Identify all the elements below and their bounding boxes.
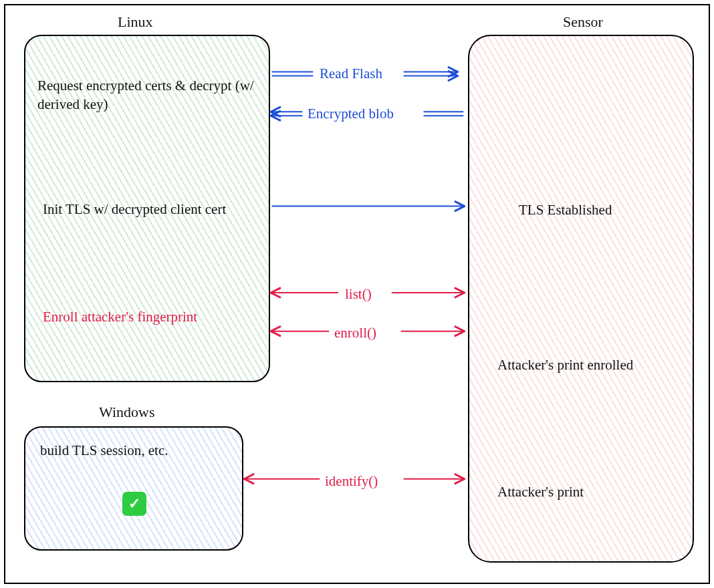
arrow-label-enroll: enroll() — [334, 325, 376, 341]
windows-box: build TLS session, etc. ✓ — [24, 426, 243, 551]
arrow-label-encrypted-blob: Encrypted blob — [308, 106, 394, 122]
linux-init-tls-text: Init TLS w/ decrypted client cert — [43, 200, 257, 218]
sensor-tls-established-text: TLS Established — [519, 202, 686, 218]
arrow-label-read-flash: Read Flash — [320, 65, 382, 82]
sensor-attacker-print-text: Attacker's print — [497, 484, 685, 500]
linux-title: Linux — [118, 13, 153, 31]
arrow-label-list: list() — [345, 286, 372, 303]
sensor-attacker-enrolled-text: Attacker's print enrolled — [497, 355, 685, 374]
check-icon: ✓ — [122, 492, 146, 516]
check-glyph: ✓ — [128, 495, 140, 512]
sensor-box: TLS Established Attacker's print enrolle… — [468, 35, 694, 563]
arrow-label-identify: identify() — [325, 473, 378, 490]
diagram-frame: Linux Windows Sensor Request encrypted c… — [4, 4, 710, 584]
linux-box: Request encrypted certs & decrypt (w/ de… — [24, 35, 270, 382]
sensor-title: Sensor — [563, 13, 603, 31]
windows-title: Windows — [99, 404, 154, 421]
windows-build-text: build TLS session, etc. — [40, 442, 241, 459]
linux-enroll-attacker-text: Enroll attacker's fingerprint — [43, 307, 243, 326]
linux-request-text: Request encrypted certs & decrypt (w/ de… — [37, 76, 258, 114]
